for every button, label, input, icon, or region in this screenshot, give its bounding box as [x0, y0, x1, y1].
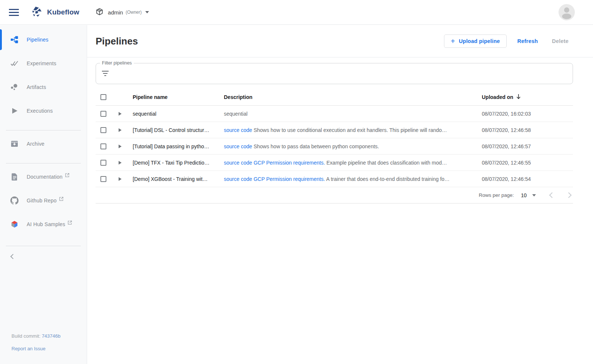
- collapse-sidebar-button[interactable]: [0, 248, 87, 265]
- previous-page-button[interactable]: [549, 192, 555, 198]
- build-commit: Build commit: 743746b: [11, 333, 60, 339]
- sidebar-item-documentation[interactable]: Documentation: [0, 165, 87, 189]
- artifacts-icon: [10, 83, 19, 91]
- sidebar-item-pipelines[interactable]: Pipelines: [0, 28, 87, 52]
- archive-icon: [10, 140, 19, 148]
- description-text: Shows how to use conditional execution a…: [252, 127, 447, 133]
- expand-cell: [112, 112, 128, 116]
- row-checkbox[interactable]: [100, 176, 106, 182]
- namespace-cube-icon: [96, 8, 103, 17]
- divider: [6, 130, 81, 130]
- uploaded-on-value: 08/07/2020, 16:02:03: [482, 111, 573, 117]
- github-icon: [10, 196, 19, 205]
- main-content: Pipelines + Upload pipeline Refresh Dele…: [87, 25, 593, 364]
- external-link-icon: [59, 196, 63, 202]
- sidebar-item-ai-hub-samples[interactable]: AI Hub Samples: [0, 212, 87, 236]
- sidebar-item-archive[interactable]: Archive: [0, 132, 87, 156]
- upload-pipeline-button[interactable]: + Upload pipeline: [444, 34, 507, 48]
- refresh-button[interactable]: Refresh: [517, 38, 538, 44]
- pipeline-description: sequential: [224, 111, 482, 117]
- row-checkbox[interactable]: [100, 127, 106, 133]
- pagination-bar: Rows per page: 10: [96, 187, 573, 203]
- table-row[interactable]: [Tutorial] Data passing in pytho…source …: [96, 138, 573, 155]
- expand-row-icon[interactable]: [119, 128, 122, 132]
- kubeflow-logo-icon: [31, 6, 43, 19]
- menu-icon[interactable]: [9, 7, 19, 18]
- table-row[interactable]: [Tutorial] DSL - Control structur…source…: [96, 122, 573, 138]
- plus-icon: +: [451, 39, 455, 44]
- expand-row-icon[interactable]: [119, 161, 122, 165]
- pipeline-description: source code GCP Permission requirements.…: [224, 160, 482, 166]
- description-link[interactable]: GCP Permission requirements.: [254, 176, 325, 182]
- brand-title: Kubeflow: [47, 8, 79, 16]
- filter-input[interactable]: [96, 63, 573, 84]
- description-link[interactable]: GCP Permission requirements.: [254, 160, 325, 166]
- pipelines-icon: [10, 36, 19, 44]
- top-bar: Kubeflow admin (Owner): [0, 0, 593, 25]
- sort-desc-arrow-icon: [516, 94, 521, 100]
- table-row[interactable]: [Demo] XGBoost - Training wit…source cod…: [96, 171, 573, 187]
- namespace-role: (Owner): [126, 10, 142, 15]
- toolbar: Pipelines + Upload pipeline Refresh Dele…: [87, 25, 593, 57]
- checkbox-cell: [96, 127, 112, 133]
- pipeline-name[interactable]: [Tutorial] DSL - Control structur…: [128, 127, 224, 133]
- table-row[interactable]: [Demo] TFX - Taxi Tip Predictio…source c…: [96, 155, 573, 171]
- checkbox-cell: [96, 160, 112, 166]
- table-body: sequentialsequential08/07/2020, 16:02:03…: [96, 106, 573, 187]
- sidebar-item-label: Pipelines: [27, 37, 49, 43]
- sidebar-item-experiments[interactable]: Experiments: [0, 52, 87, 75]
- description-text: Shows how to pass data between python co…: [252, 143, 379, 149]
- external-link-icon: [68, 219, 72, 226]
- avatar[interactable]: [559, 4, 575, 20]
- row-checkbox[interactable]: [100, 160, 106, 166]
- upload-pipeline-label: Upload pipeline: [459, 38, 500, 44]
- sidebar: Pipelines Experiments Artifacts: [0, 25, 87, 364]
- sidebar-item-label: Documentation: [27, 174, 63, 180]
- column-header-pipeline-name[interactable]: Pipeline name: [128, 94, 224, 100]
- row-checkbox[interactable]: [100, 111, 106, 117]
- column-header-uploaded-on[interactable]: Uploaded on: [482, 94, 521, 100]
- executions-icon: [10, 107, 19, 115]
- report-issue-link[interactable]: Report an Issue: [11, 346, 46, 351]
- pipeline-description: source code Shows how to pass data betwe…: [224, 143, 482, 149]
- sidebar-item-artifacts[interactable]: Artifacts: [0, 75, 87, 99]
- uploaded-on-value: 08/07/2020, 12:46:54: [482, 176, 573, 182]
- select-all-checkbox[interactable]: [100, 94, 106, 100]
- expand-row-icon[interactable]: [119, 112, 122, 116]
- description-link[interactable]: source code: [224, 176, 252, 182]
- pipeline-name[interactable]: [Tutorial] Data passing in pytho…: [128, 143, 224, 149]
- kubeflow-brand[interactable]: Kubeflow: [31, 6, 79, 19]
- chevron-left-icon: [10, 254, 16, 259]
- document-icon: [10, 173, 19, 181]
- column-header-description[interactable]: Description: [224, 94, 482, 100]
- sidebar-item-label: Archive: [27, 141, 44, 147]
- sidebar-item-github-repo[interactable]: Github Repo: [0, 189, 87, 212]
- filter-pipelines-field[interactable]: Filter pipelines: [96, 63, 573, 84]
- build-commit-label: Build commit:: [11, 333, 42, 339]
- uploaded-on-value: 08/07/2020, 12:46:58: [482, 127, 573, 133]
- external-link-icon: [65, 172, 69, 179]
- divider: [6, 246, 81, 246]
- namespace-selector[interactable]: admin (Owner): [96, 8, 149, 17]
- namespace-name: admin: [108, 9, 123, 16]
- uploaded-on-value: 08/07/2020, 12:46:55: [482, 160, 573, 166]
- row-checkbox[interactable]: [100, 143, 106, 149]
- description-link[interactable]: source code: [224, 160, 252, 166]
- table-row[interactable]: sequentialsequential08/07/2020, 16:02:03: [96, 106, 573, 122]
- active-indicator: [0, 29, 2, 50]
- pipelines-table: Pipeline name Description Uploaded on se…: [96, 89, 573, 203]
- next-page-button[interactable]: [566, 192, 572, 198]
- sidebar-item-executions[interactable]: Executions: [0, 99, 87, 123]
- build-commit-link[interactable]: 743746b: [42, 333, 61, 339]
- rows-per-page-value[interactable]: 10: [521, 192, 527, 198]
- expand-row-icon[interactable]: [119, 177, 122, 181]
- pipeline-name[interactable]: [Demo] XGBoost - Training wit…: [128, 176, 224, 182]
- description-link[interactable]: source code: [224, 127, 252, 133]
- rows-per-page-chevron-down-icon[interactable]: [532, 194, 536, 196]
- delete-button[interactable]: Delete: [552, 38, 569, 44]
- pipeline-name[interactable]: [Demo] TFX - Taxi Tip Predictio…: [128, 160, 224, 166]
- pipeline-name[interactable]: sequential: [128, 111, 224, 117]
- expand-cell: [112, 128, 128, 132]
- description-link[interactable]: source code: [224, 143, 252, 149]
- expand-row-icon[interactable]: [119, 145, 122, 148]
